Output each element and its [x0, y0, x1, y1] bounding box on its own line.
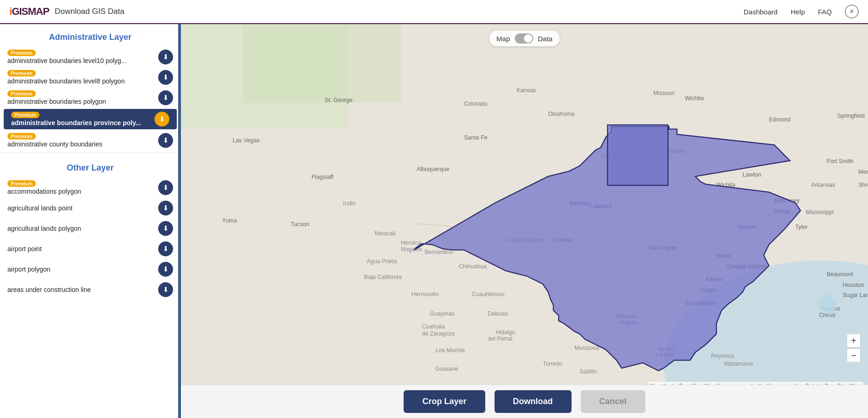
svg-text:Albuquerque: Albuquerque [417, 166, 450, 172]
premium-badge-oth1: Premium [7, 180, 36, 187]
crop-layer-button[interactable]: Crop Layer [404, 390, 485, 413]
layer-item-oth6[interactable]: areas under construction line ⬇ [0, 279, 180, 300]
svg-text:Houston: Houston [842, 282, 864, 288]
svg-text:Oklahoma: Oklahoma [548, 111, 575, 117]
layer-name-adm5: administrative county boundaries [7, 140, 158, 148]
layer-item-adm4[interactable]: Premium administrative boundaries provin… [4, 109, 177, 129]
svg-text:Arkansas: Arkansas [811, 182, 835, 188]
download-icon-adm1[interactable]: ⬇ [158, 50, 173, 64]
svg-text:Delicias: Delicias [488, 310, 508, 317]
admin-layer-section-title: Administrative Layer [0, 24, 180, 47]
layer-name-oth4: airport point [7, 245, 158, 253]
header: iGISMAP Download GIS Data Dashboard Help… [0, 0, 868, 24]
svg-text:Colorado: Colorado [464, 101, 488, 107]
layer-name-oth6: areas under construction line [7, 286, 158, 293]
toggle-data-label: Data [538, 35, 553, 43]
premium-badge-adm3: Premium [7, 90, 36, 97]
layer-item-adm3[interactable]: Premium administrative boundaries polygo… [0, 88, 180, 108]
premium-badge-adm1: Premium [7, 50, 36, 56]
download-button[interactable]: Download [495, 390, 572, 413]
download-icon-adm4[interactable]: ⬇ [154, 112, 169, 127]
layer-item-oth4[interactable]: airport point ⬇ [0, 239, 180, 259]
main-content: Administrative Layer Premium administrat… [0, 24, 868, 418]
layer-left-adm4: Premium administrative boundaries provin… [11, 112, 154, 127]
section-divider [0, 152, 180, 153]
svg-rect-3 [243, 24, 401, 103]
zoom-out-button[interactable]: − [847, 348, 861, 362]
svg-text:Edmond: Edmond [769, 116, 791, 123]
svg-text:Yuma: Yuma [222, 217, 237, 224]
layer-left-oth3: agricultural lands polygon [7, 225, 158, 232]
layer-item-oth3[interactable]: agricultural lands polygon ⬇ [0, 218, 180, 239]
other-layer-section-title: Other Layer [0, 155, 180, 177]
premium-badge-adm5: Premium [7, 133, 36, 139]
layer-left-adm2: Premium administrative boundaries level8… [7, 70, 158, 85]
layer-item-adm5[interactable]: Premium administrative county boundaries… [0, 130, 180, 151]
header-left: iGISMAP Download GIS Data [9, 6, 124, 18]
svg-text:Matamoros: Matamoros [724, 361, 753, 367]
download-icon-oth1[interactable]: ⬇ [158, 180, 173, 195]
svg-text:Guasave: Guasave [435, 366, 458, 372]
download-icon-oth5[interactable]: ⬇ [158, 262, 173, 277]
layer-left-adm5: Premium administrative county boundaries [7, 133, 158, 148]
toggle-map-label: Map [496, 35, 510, 43]
layer-item-adm2[interactable]: Premium administrative boundaries level8… [0, 67, 180, 88]
download-icon-adm3[interactable]: ⬇ [158, 90, 173, 105]
help-nav[interactable]: Help [791, 8, 805, 16]
svg-text:Baja California: Baja California [364, 274, 402, 280]
svg-text:Bernardino: Bernardino [424, 249, 453, 255]
svg-text:Tyler: Tyler [795, 224, 808, 230]
download-icon-oth2[interactable]: ⬇ [158, 201, 173, 215]
layer-left-oth4: airport point [7, 245, 158, 253]
map-data-toggle-bar: Map Data [489, 31, 560, 46]
layer-name-adm1: administrative boundaries level10 polyg.… [7, 57, 158, 64]
faq-nav[interactable]: FAQ [818, 8, 832, 16]
map-data-toggle[interactable] [514, 33, 533, 44]
svg-text:Wichita: Wichita [685, 95, 704, 101]
svg-text:Mississippi: Mississippi [806, 209, 834, 215]
download-icon-adm2[interactable]: ⬇ [158, 70, 173, 85]
close-button[interactable]: × [845, 5, 859, 19]
layer-name-adm4: administrative boundaries province poly.… [11, 119, 154, 127]
sidebar-divider [178, 24, 181, 418]
svg-text:Saltillo: Saltillo [580, 368, 597, 375]
svg-text:Flagstaff: Flagstaff [312, 174, 334, 180]
svg-text:Los Mochis: Los Mochis [436, 347, 465, 354]
action-bar: Crop Layer Download Cancel [181, 385, 868, 418]
svg-text:Coahuila: Coahuila [422, 323, 445, 330]
svg-text:Shreveport: Shreveport [858, 182, 868, 188]
premium-badge-adm2: Premium [7, 70, 36, 76]
logo: iGISMAP [9, 6, 49, 18]
svg-text:Fort Smith: Fort Smith [827, 158, 854, 165]
svg-text:del Parral: del Parral [488, 336, 512, 342]
svg-text:de Zaragoza: de Zaragoza [422, 330, 455, 337]
svg-text:Cuauhtémoc: Cuauhtémoc [472, 291, 505, 298]
layer-name-adm3: administrative boundaries polygon [7, 98, 158, 105]
layer-left-adm3: Premium administrative boundaries polygo… [7, 90, 158, 105]
download-icon-oth6[interactable]: ⬇ [158, 282, 173, 297]
layer-item-oth5[interactable]: airport polygon ⬇ [0, 259, 180, 279]
map-background: St. George Las Vegas Flagstaff Yuma Tucs… [181, 24, 868, 418]
layer-item-oth2[interactable]: agricultural lands point ⬇ [0, 198, 180, 218]
download-icon-adm5[interactable]: ⬇ [158, 133, 173, 148]
premium-badge-adm4: Premium [11, 112, 39, 118]
svg-text:Memphis: Memphis [858, 169, 868, 175]
cancel-button[interactable]: Cancel [581, 390, 645, 413]
layer-item-adm1[interactable]: Premium administrative boundaries level1… [0, 47, 180, 67]
layer-name-oth2: agricultural lands point [7, 204, 158, 212]
svg-text:Agua Prieta: Agua Prieta [367, 258, 397, 265]
svg-text:Reynosa: Reynosa [711, 353, 734, 359]
download-icon-oth4[interactable]: ⬇ [158, 241, 173, 256]
page-title: Download GIS Data [55, 7, 124, 16]
layer-name-oth1: accommodations polygon [7, 188, 158, 195]
zoom-in-button[interactable]: + [847, 334, 861, 348]
header-right: Dashboard Help FAQ × [744, 5, 859, 19]
layer-item-oth1[interactable]: Premium accommodations polygon ⬇ [0, 177, 180, 198]
svg-text:St. George: St. George [325, 97, 353, 103]
svg-text:Springfield: Springfield [837, 113, 865, 119]
download-icon-oth3[interactable]: ⬇ [158, 221, 173, 236]
dashboard-nav[interactable]: Dashboard [744, 8, 778, 16]
svg-text:Sugar Land: Sugar Land [842, 292, 868, 298]
layer-left-oth1: Premium accommodations polygon [7, 180, 158, 195]
svg-text:Chihuahua: Chihuahua [459, 263, 487, 270]
